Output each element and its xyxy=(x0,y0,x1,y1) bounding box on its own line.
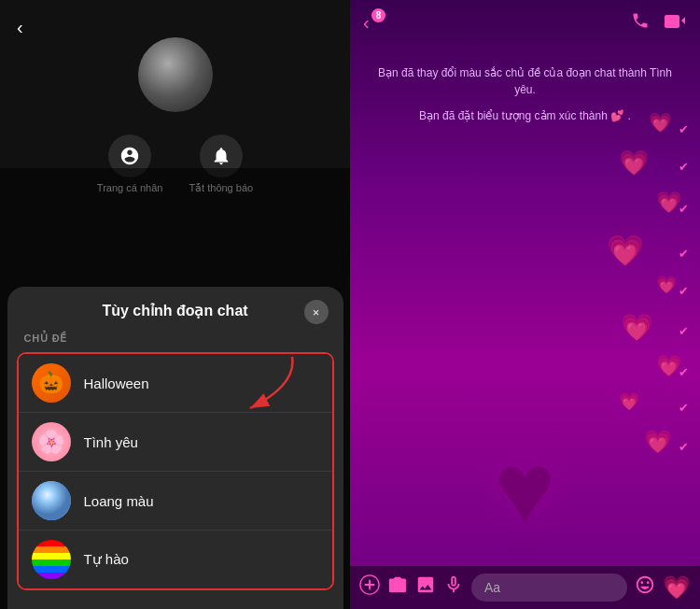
heart-4: 💗 xyxy=(607,233,644,268)
theme-list: 🎃 Halloween 🌸 Tình yêu xyxy=(17,352,334,590)
big-heart: ♥ xyxy=(495,429,555,547)
check-2: ✔ xyxy=(679,160,689,174)
heart-8: 💗 xyxy=(619,391,639,412)
notification-badge: 8 xyxy=(371,8,386,22)
section-label: CHỦ ĐỀ xyxy=(7,333,343,345)
theme-name-loang: Loang màu xyxy=(84,493,154,509)
back-button[interactable]: ‹ xyxy=(17,17,23,38)
check-4: ✔ xyxy=(679,247,689,261)
halloween-icon: 🎃 xyxy=(32,363,71,403)
right-back-button[interactable]: ‹ xyxy=(363,12,370,34)
avatar xyxy=(138,37,213,112)
love-icon: 🌸 xyxy=(32,422,71,461)
heart-send-button[interactable]: 💗 xyxy=(663,574,691,601)
theme-name-love: Tình yêu xyxy=(84,434,138,450)
modal-close-button[interactable]: × xyxy=(304,300,329,324)
header-actions xyxy=(631,11,687,35)
system-message-1: Bạn đã thay đổi màu sắc chủ đề của đoạn … xyxy=(369,64,681,98)
phone-icon[interactable] xyxy=(631,11,650,35)
modal-title: Tùy chỉnh đoạn chat xyxy=(7,302,343,319)
pride-icon xyxy=(32,540,71,579)
video-icon[interactable] xyxy=(665,12,687,34)
check-9: ✔ xyxy=(679,440,689,454)
heart-3: 💗 xyxy=(656,191,681,215)
image-button[interactable] xyxy=(415,574,436,601)
right-panel: ‹ 8 Bạn đã thay đổi màu sắc chủ đề của đ… xyxy=(350,0,700,609)
heart-1: 💗 xyxy=(649,111,672,134)
check-5: ✔ xyxy=(679,284,689,298)
camera-button[interactable] xyxy=(387,574,408,601)
theme-item-pride[interactable]: Tự hào xyxy=(19,531,332,588)
heart-5: 💗 xyxy=(656,275,677,295)
check-6: ✔ xyxy=(679,324,689,338)
theme-item-halloween[interactable]: 🎃 Halloween xyxy=(19,354,332,413)
hearts-container: 💗 ✔ 💗 ✔ 💗 ✔ 💗 ✔ 💗 ✔ 💗 ✔ 💗 ✔ 💗 ✔ 💗 ✔ xyxy=(532,102,700,566)
theme-name-halloween: Halloween xyxy=(84,375,149,391)
input-placeholder-label: Aa xyxy=(484,580,500,595)
heart-6: 💗 xyxy=(621,312,653,343)
message-input[interactable]: Aa xyxy=(471,574,627,602)
heart-2: 💗 xyxy=(619,149,649,177)
theme-name-pride: Tự hào xyxy=(84,551,129,568)
right-header: ‹ 8 xyxy=(350,0,700,46)
mic-button[interactable] xyxy=(443,574,464,601)
emoji-button[interactable] xyxy=(635,574,655,601)
theme-item-love[interactable]: 🌸 Tình yêu xyxy=(19,413,332,472)
loang-icon xyxy=(32,481,71,520)
check-3: ✔ xyxy=(679,202,689,216)
customize-modal: Tùy chỉnh đoạn chat × CHỦ ĐỀ 🎃 xyxy=(7,287,343,609)
modal-overlay: Tùy chỉnh đoạn chat × CHỦ ĐỀ 🎃 xyxy=(0,168,350,609)
chat-content: Bạn đã thay đổi màu sắc chủ đề của đoạn … xyxy=(350,46,700,566)
plus-button[interactable] xyxy=(359,574,380,601)
check-8: ✔ xyxy=(679,401,689,415)
svg-point-1 xyxy=(32,481,71,520)
heart-9: 💗 xyxy=(644,429,672,455)
theme-item-loang[interactable]: Loang màu xyxy=(19,472,332,531)
bottom-bar: Aa 💗 xyxy=(350,566,700,609)
check-7: ✔ xyxy=(679,365,689,379)
system-message-2: Bạn đã đặt biểu tượng cảm xúc thành 💕 . xyxy=(419,107,631,124)
heart-7: 💗 xyxy=(656,354,681,378)
check-1: ✔ xyxy=(679,122,689,136)
left-panel: ‹ Trang cá nhân Tắt thông báo xyxy=(0,0,350,609)
